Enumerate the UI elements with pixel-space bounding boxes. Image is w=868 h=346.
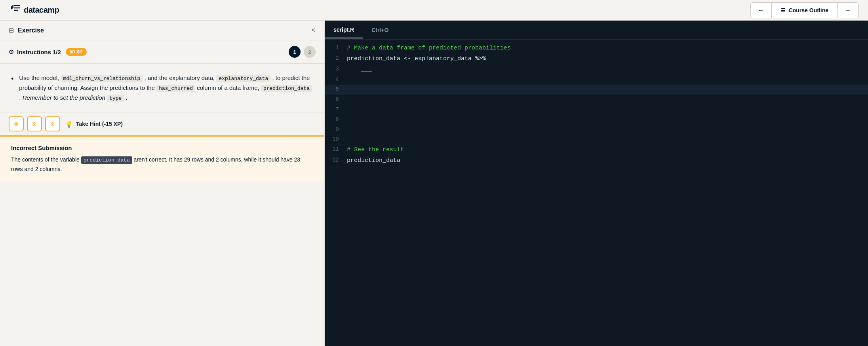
code-line-12: 12 prediction_data <box>325 155 868 166</box>
left-panel: ⊟ Exercise < ⊙ Instructions 1/2 50 XP 1 … <box>0 21 325 346</box>
exercise-title: Exercise <box>18 27 44 34</box>
code-editor[interactable]: 1 # Make a data frame of predicted proba… <box>325 40 868 346</box>
line-content-1: # Make a data frame of predicted probabi… <box>347 43 511 53</box>
exercise-header: ⊟ Exercise < <box>0 21 324 40</box>
step-indicators: 1 2 <box>289 46 316 58</box>
code-line-6: 6 <box>325 95 868 105</box>
hint-row: ⊗ ⊗ ⊗ 💡 Take Hint (-15 XP) <box>0 112 324 135</box>
instructions-content: • Use the model, mdl_churn_vs_relationsh… <box>0 64 324 112</box>
code-line-4: 4 <box>325 75 868 85</box>
line-content-2: prediction_data <- explanatory_data %>% <box>347 53 486 64</box>
hamburger-icon: ☰ <box>780 7 786 13</box>
code-type: type <box>107 95 124 102</box>
line-number-9: 9 <box>325 125 347 135</box>
line-number-4: 4 <box>325 75 347 85</box>
code-line-10: 10 <box>325 135 868 144</box>
line-number-10: 10 <box>325 135 347 144</box>
instructions-label: ⊙ Instructions 1/2 <box>9 48 61 55</box>
collapse-button[interactable]: < <box>311 26 316 34</box>
x-icon-2: ⊗ <box>32 121 37 127</box>
line-number-3: 3 <box>325 64 347 74</box>
line-number-2: 2 <box>325 53 347 63</box>
incorrect-submission: Incorrect Submission The contents of the… <box>0 135 324 181</box>
attempt-button-3[interactable]: ⊗ <box>45 116 60 131</box>
line-number-6: 6 <box>325 95 347 105</box>
nav-forward-button[interactable]: → <box>838 3 858 18</box>
code-line-7: 7 <box>325 105 868 115</box>
code-line-5: 5 <box>325 85 868 95</box>
editor-tabs: script.R Ctrl+O <box>325 21 868 40</box>
line-number-11: 11 <box>325 144 347 154</box>
code-line-1: 1 # Make a data frame of predicted proba… <box>325 43 868 53</box>
code-mdl: mdl_churn_vs_relationship <box>61 75 143 82</box>
bullet-point: • <box>11 73 13 85</box>
x-icon-3: ⊗ <box>50 121 55 127</box>
line-content-3: ___ <box>347 64 372 75</box>
line-number-1: 1 <box>325 43 347 53</box>
incorrect-text: The contents of the variable prediction_… <box>11 155 313 173</box>
tab-script-r[interactable]: script.R <box>325 22 363 38</box>
main-layout: ⊟ Exercise < ⊙ Instructions 1/2 50 XP 1 … <box>0 21 868 346</box>
logo-text: datacamp <box>24 6 59 15</box>
incorrect-code-inline: prediction_data <box>81 156 132 164</box>
right-panel: script.R Ctrl+O 1 # Make a data frame of… <box>325 21 868 346</box>
logo-icon <box>10 4 21 17</box>
exercise-icon: ⊟ <box>9 27 14 34</box>
code-line-9: 9 <box>325 125 868 135</box>
step-1-indicator[interactable]: 1 <box>289 46 301 58</box>
nav-controls: ← ☰ Course Outline → <box>750 2 858 18</box>
hint-button[interactable]: 💡 Take Hint (-15 XP) <box>65 120 123 128</box>
attempt-button-1[interactable]: ⊗ <box>9 116 24 131</box>
step-2-indicator[interactable]: 2 <box>304 46 316 58</box>
code-has-churned: has_churned <box>156 85 195 92</box>
top-bar: datacamp ← ☰ Course Outline → <box>0 0 868 21</box>
line-content-12: prediction_data <box>347 155 400 166</box>
course-outline-button[interactable]: ☰ Course Outline <box>772 3 838 17</box>
code-line-8: 8 <box>325 115 868 125</box>
line-number-12: 12 <box>325 155 347 165</box>
tab-ctrl-o[interactable]: Ctrl+O <box>363 22 397 38</box>
instructions-check-icon: ⊙ <box>9 48 14 55</box>
line-number-7: 7 <box>325 105 347 115</box>
xp-badge: 50 XP <box>66 48 87 56</box>
nav-back-button[interactable]: ← <box>751 3 772 18</box>
instructions-bar: ⊙ Instructions 1/2 50 XP 1 2 <box>0 40 324 64</box>
line-content-11: # See the result <box>347 144 404 155</box>
code-explanatory: explanatory_data <box>216 75 270 82</box>
line-number-5: 5 <box>325 85 347 95</box>
instruction-text: Use the model, mdl_churn_vs_relationship… <box>19 73 313 103</box>
code-line-11: 11 # See the result <box>325 144 868 155</box>
code-prediction-data: prediction_data <box>261 85 312 92</box>
instruction-item: • Use the model, mdl_churn_vs_relationsh… <box>11 73 313 103</box>
x-icon-1: ⊗ <box>14 121 19 127</box>
incorrect-title: Incorrect Submission <box>11 144 313 151</box>
exercise-title-row: ⊟ Exercise <box>9 27 44 34</box>
attempt-button-2[interactable]: ⊗ <box>27 116 42 131</box>
instructions-left: ⊙ Instructions 1/2 50 XP <box>9 48 87 56</box>
code-line-3: 3 ___ <box>325 64 868 75</box>
lightbulb-icon: 💡 <box>65 120 73 128</box>
code-line-2: 2 prediction_data <- explanatory_data %>… <box>325 53 868 64</box>
line-number-8: 8 <box>325 115 347 125</box>
logo: datacamp <box>10 4 59 17</box>
